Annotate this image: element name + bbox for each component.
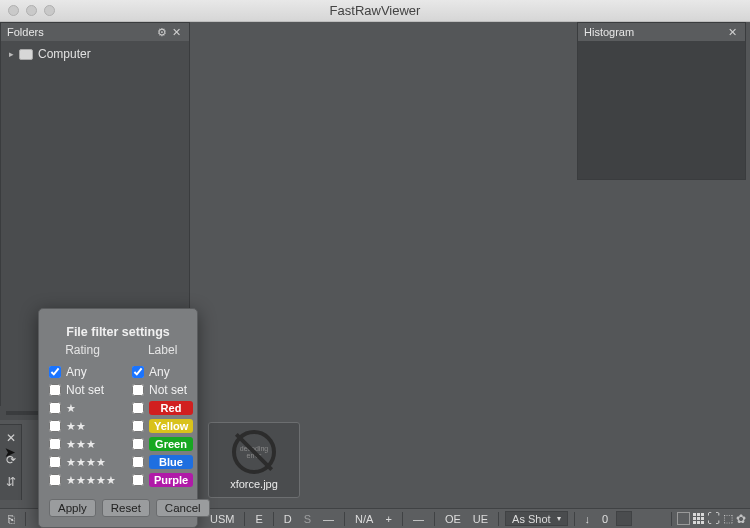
window-controls <box>8 5 55 16</box>
cancel-button[interactable]: Cancel <box>156 499 210 517</box>
wb-tint-box[interactable] <box>616 511 632 526</box>
histogram-body <box>578 41 745 179</box>
exposure-toggle[interactable]: E <box>251 513 266 525</box>
label-any-checkbox[interactable] <box>132 366 144 378</box>
underexposure-toggle[interactable]: UE <box>469 513 492 525</box>
minimize-window-button[interactable] <box>26 5 37 16</box>
close-window-button[interactable] <box>8 5 19 16</box>
label-green-swatch: Green <box>149 437 193 451</box>
overexposure-toggle[interactable]: OE <box>441 513 465 525</box>
usm-toggle[interactable]: USM <box>206 513 238 525</box>
chevron-down-icon: ▾ <box>557 514 561 523</box>
whitebalance-dropdown[interactable]: As Shot▾ <box>505 511 568 526</box>
thumbnail-item[interactable]: decoding error xforce.jpg <box>208 422 300 498</box>
settings-icon[interactable]: ✿ <box>736 512 746 526</box>
folder-tree: ▸ Computer <box>1 41 189 67</box>
gear-icon[interactable]: ⚙ <box>155 26 169 39</box>
label-notset-checkbox[interactable] <box>132 384 144 396</box>
filter-icon[interactable]: ⟳ <box>4 453 18 467</box>
file-filter-dialog: File filter settings Rating Any Not set … <box>38 308 198 528</box>
label-red-swatch: Red <box>149 401 193 415</box>
zoom-window-button[interactable] <box>44 5 55 16</box>
stars-2: ★★ <box>66 420 86 433</box>
label-header: Label <box>132 343 193 357</box>
folder-tree-item-label: Computer <box>38 47 91 61</box>
rating-notset-label: Not set <box>66 383 104 397</box>
stars-1: ★ <box>66 402 76 415</box>
window-title: FastRawViewer <box>0 3 750 18</box>
filmstrip-toolbar: ✕ ⟳ ⇵ <box>0 424 22 500</box>
label-blue-swatch: Blue <box>149 455 193 469</box>
label-blue-checkbox[interactable] <box>132 456 144 468</box>
apply-button[interactable]: Apply <box>49 499 96 517</box>
down-arrow-icon[interactable]: ↓ <box>581 513 595 525</box>
wb-temp-value: 0 <box>598 513 612 525</box>
thumbnail-error-text: decoding error <box>236 445 272 459</box>
label-any-label: Any <box>149 365 170 379</box>
whitebalance-value: As Shot <box>512 513 551 525</box>
dash-label-2: — <box>409 513 428 525</box>
label-yellow-checkbox[interactable] <box>132 420 144 432</box>
label-green-checkbox[interactable] <box>132 438 144 450</box>
computer-icon <box>19 49 33 60</box>
folders-panel-header: Folders ⚙ ✕ <box>1 23 189 41</box>
single-view-icon[interactable] <box>677 512 690 525</box>
rating-2star-checkbox[interactable] <box>49 420 61 432</box>
rating-any-label: Any <box>66 365 87 379</box>
rating-3star-checkbox[interactable] <box>49 438 61 450</box>
stars-5: ★★★★★ <box>66 474 116 487</box>
label-purple-checkbox[interactable] <box>132 474 144 486</box>
stars-4: ★★★★ <box>66 456 106 469</box>
shadows-toggle[interactable]: S <box>300 513 315 525</box>
thumbnail-filename: xforce.jpg <box>230 478 278 490</box>
titlebar: FastRawViewer <box>0 0 750 22</box>
grid-view-icon[interactable] <box>693 513 704 524</box>
rating-1star-checkbox[interactable] <box>49 402 61 414</box>
rating-any-checkbox[interactable] <box>49 366 61 378</box>
exposure-plus[interactable]: + <box>381 513 395 525</box>
histogram-panel: Histogram ✕ <box>577 22 746 180</box>
dialog-title: File filter settings <box>49 325 187 339</box>
label-yellow-swatch: Yellow <box>149 419 193 433</box>
rating-notset-checkbox[interactable] <box>49 384 61 396</box>
label-red-checkbox[interactable] <box>132 402 144 414</box>
rating-5star-checkbox[interactable] <box>49 474 61 486</box>
histogram-panel-title: Histogram <box>584 26 634 38</box>
rating-column: Rating Any Not set ★ ★★ ★★★ ★★★★ ★★★★★ <box>49 343 116 489</box>
folder-tree-item-computer[interactable]: ▸ Computer <box>9 47 181 61</box>
na-label: N/A <box>351 513 377 525</box>
close-icon[interactable]: ✕ <box>169 26 183 39</box>
fit-icon[interactable]: ⬚ <box>723 512 733 525</box>
folders-panel-title: Folders <box>7 26 44 38</box>
open-folder-icon[interactable]: ⎘ <box>4 513 19 525</box>
stars-3: ★★★ <box>66 438 96 451</box>
label-purple-swatch: Purple <box>149 473 193 487</box>
sort-icon[interactable]: ⇵ <box>4 475 18 489</box>
chevron-right-icon[interactable]: ▸ <box>9 49 14 59</box>
label-notset-label: Not set <box>149 383 187 397</box>
reset-button[interactable]: Reset <box>102 499 150 517</box>
close-filmstrip-icon[interactable]: ✕ <box>4 431 18 445</box>
fullscreen-icon[interactable]: ⛶ <box>707 511 720 526</box>
label-column: Label Any Not set Red Yellow Green Blue … <box>132 343 193 489</box>
close-icon[interactable]: ✕ <box>725 26 739 39</box>
no-preview-icon: decoding error <box>232 430 276 474</box>
dash-label: — <box>319 513 338 525</box>
rating-header: Rating <box>49 343 116 357</box>
details-toggle[interactable]: D <box>280 513 296 525</box>
rating-4star-checkbox[interactable] <box>49 456 61 468</box>
histogram-panel-header: Histogram ✕ <box>578 23 745 41</box>
